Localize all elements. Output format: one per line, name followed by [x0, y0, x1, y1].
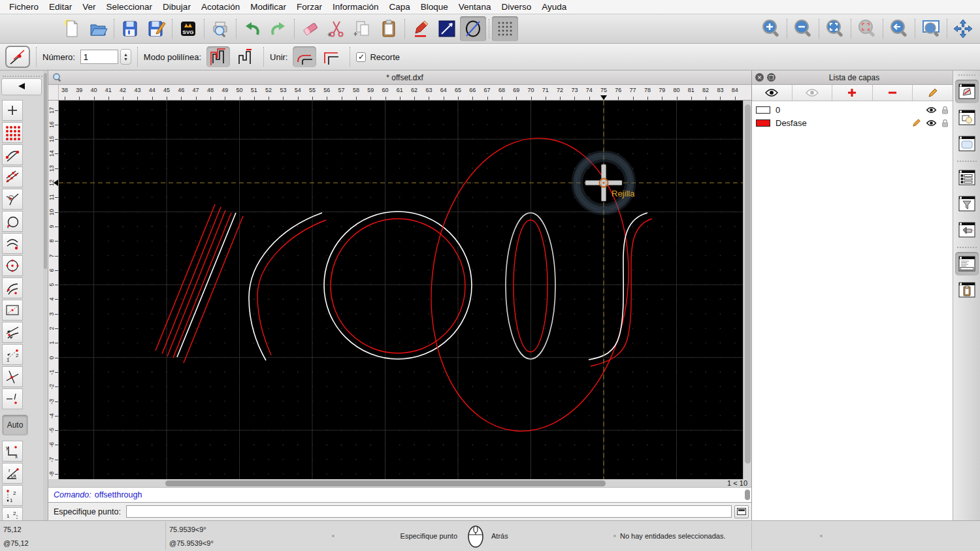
- offset-arc-pair-button[interactable]: [2, 233, 23, 254]
- block-list-panel-button[interactable]: [955, 106, 979, 129]
- menu-item-seleccionar[interactable]: Seleccionar: [106, 2, 153, 12]
- redo-button[interactable]: [265, 16, 291, 41]
- palette-scrollbar[interactable]: [43, 71, 48, 520]
- snap-auto-button[interactable]: Auto: [2, 415, 28, 435]
- number-stepper[interactable]: ▲▼: [120, 49, 131, 65]
- canvas-horizontal-scrollbar[interactable]: 1 < 10: [48, 479, 751, 488]
- join-round-button[interactable]: [293, 46, 316, 67]
- menu-item-diverso[interactable]: Diverso: [501, 2, 531, 12]
- offset-curve-endpoints-button[interactable]: [2, 144, 23, 165]
- line-tools-button[interactable]: [434, 16, 460, 41]
- menu-item-editar[interactable]: Editar: [49, 2, 72, 12]
- polyline-mode-outline-button[interactable]: [206, 46, 230, 67]
- reference-box-button[interactable]: [2, 300, 23, 321]
- edit-layer-button[interactable]: [913, 85, 953, 101]
- menu-item-forzar[interactable]: Forzar: [297, 2, 322, 12]
- layer-visibility-icon[interactable]: [926, 119, 937, 127]
- export-svg-button[interactable]: SVG: [175, 16, 201, 41]
- menu-item-ventana[interactable]: Ventana: [459, 2, 491, 12]
- save-button[interactable]: [117, 16, 143, 41]
- layer-visibility-icon[interactable]: [926, 106, 937, 114]
- property-editor-panel-button[interactable]: [955, 166, 979, 189]
- hide-all-layers-button[interactable]: [792, 85, 833, 101]
- menu-item-dibujar[interactable]: Dibujar: [163, 2, 191, 12]
- menu-item-acotacion[interactable]: Acotación: [201, 2, 240, 12]
- command-trigger-panel-button[interactable]: [955, 218, 979, 242]
- selection-filter-panel-button[interactable]: [955, 192, 979, 215]
- offset-direction-button[interactable]: [2, 322, 23, 343]
- layer-lock-icon[interactable]: [941, 106, 949, 114]
- layer-row-0[interactable]: 0: [752, 103, 953, 116]
- layer-row-desfase[interactable]: Desfase: [752, 116, 953, 129]
- auto-zoom-button[interactable]: [822, 16, 848, 41]
- trim-checkbox[interactable]: ✓: [356, 52, 366, 62]
- offset-arc-points-button[interactable]: [2, 277, 23, 298]
- relative-polar-button[interactable]: 12: [2, 507, 23, 520]
- layer-lock-icon[interactable]: [941, 119, 949, 127]
- command-options-button[interactable]: [734, 505, 749, 518]
- snap-tangent-button[interactable]: [2, 189, 23, 210]
- palette-back-button[interactable]: [1, 78, 42, 95]
- add-layer-button[interactable]: [832, 85, 873, 101]
- join-corner-button[interactable]: [319, 46, 342, 67]
- zoom-out-button[interactable]: [790, 16, 816, 41]
- layer-edit-icon[interactable]: [912, 118, 921, 127]
- clipboard-panel-button[interactable]: [955, 278, 979, 302]
- polyline-mode-segment-button[interactable]: [233, 46, 256, 67]
- zoom-in-button[interactable]: [758, 16, 784, 41]
- draw-tools-button[interactable]: [408, 16, 434, 41]
- snap-circle-center-button[interactable]: [2, 255, 23, 276]
- zoom-selection-button[interactable]: [854, 16, 880, 41]
- remove-layer-button[interactable]: [873, 85, 913, 101]
- snap-intersection-manual-button[interactable]: [2, 388, 23, 409]
- pan-button[interactable]: [950, 16, 976, 41]
- grid-toggle-button[interactable]: [492, 16, 518, 41]
- coordinate-cartesian-button[interactable]: yx: [2, 441, 23, 462]
- library-browser-panel-button[interactable]: [955, 132, 979, 155]
- menu-item-fichero[interactable]: Fichero: [9, 2, 39, 12]
- horizontal-scrollbar-thumb[interactable]: [165, 480, 606, 486]
- copy-button[interactable]: [350, 16, 376, 41]
- layer-list-panel-button[interactable]: [955, 80, 979, 103]
- snap-intersection-button[interactable]: [2, 366, 23, 387]
- paste-button[interactable]: [376, 16, 402, 41]
- offset-grid-points-button[interactable]: [2, 122, 23, 143]
- number-input[interactable]: [80, 50, 118, 64]
- ellipse-tools-button[interactable]: [460, 16, 486, 41]
- undo-button[interactable]: [239, 16, 265, 41]
- drawing-canvas[interactable]: Rejilla: [59, 101, 743, 479]
- command-history-scrollbar[interactable]: [745, 490, 750, 500]
- sequence-points-button[interactable]: 12: [2, 344, 23, 365]
- menu-item-capa[interactable]: Capa: [389, 2, 410, 12]
- h-ruler-label: 81: [688, 87, 694, 93]
- erase-button[interactable]: [297, 16, 323, 41]
- open-file-button[interactable]: [85, 16, 111, 41]
- layer-color-swatch[interactable]: [756, 106, 770, 114]
- show-all-layers-button[interactable]: [752, 85, 792, 101]
- active-offset-tool-button[interactable]: [5, 46, 30, 68]
- menu-item-ver[interactable]: Ver: [82, 2, 95, 12]
- palette-drag-handle[interactable]: [3, 72, 42, 77]
- relative-cartesian-button[interactable]: 12: [2, 485, 23, 506]
- save-as-button[interactable]: [143, 16, 169, 41]
- menu-item-informacion[interactable]: Información: [333, 2, 379, 12]
- dock-drag-handle[interactable]: [958, 72, 975, 76]
- zoom-window-button[interactable]: [918, 16, 944, 41]
- menu-item-ayuda[interactable]: Ayuda: [542, 2, 566, 12]
- layer-color-swatch[interactable]: [756, 119, 770, 127]
- panel-close-button[interactable]: ✕: [755, 73, 764, 82]
- command-input[interactable]: [126, 505, 732, 518]
- coordinate-polar-button[interactable]: ra: [2, 463, 23, 484]
- snap-on-circle-button[interactable]: [2, 211, 23, 232]
- menu-item-bloque[interactable]: Bloque: [421, 2, 448, 12]
- menu-item-modificar[interactable]: Modificar: [250, 2, 286, 12]
- canvas-vertical-scrollbar[interactable]: [743, 101, 751, 479]
- print-preview-button[interactable]: [207, 16, 233, 41]
- new-file-button[interactable]: [59, 16, 85, 41]
- panel-float-button[interactable]: ❐: [767, 73, 776, 82]
- cut-button[interactable]: [323, 16, 350, 41]
- offset-point-button[interactable]: [2, 100, 23, 121]
- previous-view-button[interactable]: [886, 16, 912, 41]
- command-line-panel-button[interactable]: [955, 252, 979, 276]
- offset-multiple-points-button[interactable]: [2, 166, 23, 187]
